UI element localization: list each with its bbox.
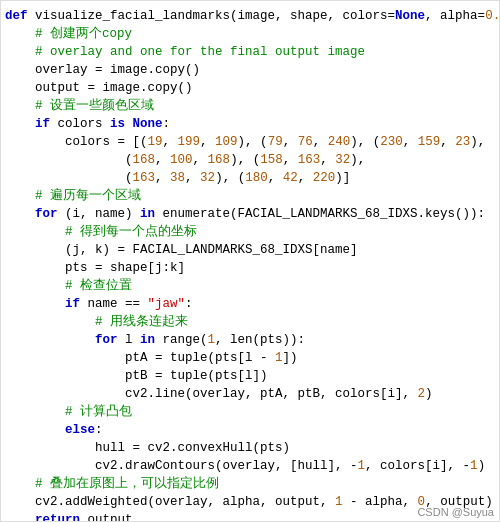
code-token: visualize_facial_landmarks — [35, 9, 230, 23]
code-token: # 得到每一个点的坐标 — [65, 225, 197, 239]
code-token: for — [95, 333, 125, 347]
code-line-content: # 叠加在原图上，可以指定比例 — [1, 475, 499, 493]
code-token: 159 — [418, 135, 441, 149]
table-row: # 设置一些颜色区域 — [1, 97, 499, 115]
watermark: CSDN @Suyua — [417, 506, 494, 518]
code-token: # 计算凸包 — [65, 405, 132, 419]
code-token: cv2.addWeighted(overlay, alpha, output, — [35, 495, 335, 509]
code-token: # 用线条连起来 — [95, 315, 188, 329]
code-token: , — [403, 135, 418, 149]
code-token: # 检查位置 — [65, 279, 132, 293]
code-token: 100 — [170, 153, 193, 167]
code-token: enumerate(FACIAL_LANDMARKS_68_IDXS.keys(… — [163, 207, 486, 221]
code-token: 1 — [335, 495, 343, 509]
code-token: 38 — [170, 171, 185, 185]
code-token: ), ( — [215, 171, 245, 185]
code-token: , len(pts)): — [215, 333, 305, 347]
code-token: ), — [470, 135, 485, 149]
table-row: ptA = tuple(pts[l - 1]) — [1, 349, 499, 367]
table-row: for l in range(1, len(pts)): — [1, 331, 499, 349]
code-token: ptB = tuple(pts[l]) — [125, 369, 268, 383]
table-row: (168, 100, 168), (158, 163, 32), — [1, 151, 499, 169]
table-row: overlay = image.copy() — [1, 61, 499, 79]
code-token: 240 — [328, 135, 351, 149]
code-container[interactable]: def visualize_facial_landmarks(image, sh… — [0, 0, 500, 522]
code-line-content: # 得到每一个点的坐标 — [1, 223, 499, 241]
code-token: : — [95, 423, 103, 437]
code-token: 76 — [298, 135, 313, 149]
code-token: in — [140, 207, 163, 221]
code-token: , — [155, 153, 170, 167]
table-row: pts = shape[j:k] — [1, 259, 499, 277]
code-token: , — [193, 153, 208, 167]
code-token: , — [268, 171, 283, 185]
code-token: 199 — [178, 135, 201, 149]
code-token: pts = shape[j:k] — [65, 261, 185, 275]
code-token: 163 — [133, 171, 156, 185]
code-line-content: colors = [(19, 199, 109), (79, 76, 240),… — [1, 133, 499, 151]
code-token: 32 — [335, 153, 350, 167]
code-token: ]) — [283, 351, 298, 365]
code-token: None — [133, 117, 163, 131]
code-line-content: if colors is None: — [1, 115, 499, 133]
code-line-content: for (i, name) in enumerate(FACIAL_LANDMA… — [1, 205, 499, 223]
code-line-content: # 设置一些颜色区域 — [1, 97, 499, 115]
table-row: # 用线条连起来 — [1, 313, 499, 331]
code-token: def — [5, 9, 35, 23]
code-line-content: overlay = image.copy() — [1, 61, 499, 79]
code-token: 19 — [148, 135, 163, 149]
code-line-content: for l in range(1, len(pts)): — [1, 331, 499, 349]
code-token: , — [163, 135, 178, 149]
code-token: = image.copy() — [80, 81, 193, 95]
code-token: overlay — [35, 63, 88, 77]
code-token: cv2.line(overlay, ptA, ptB, colors[i], — [125, 387, 418, 401]
code-token: , — [283, 135, 298, 149]
code-token: # overlay and one for the final output i… — [35, 45, 365, 59]
code-token: range( — [163, 333, 208, 347]
code-token: (image, shape, colors= — [230, 9, 395, 23]
code-token: )] — [335, 171, 350, 185]
code-token: ) — [478, 459, 486, 473]
table-row: def visualize_facial_landmarks(image, sh… — [1, 7, 499, 25]
code-token: "jaw" — [148, 297, 186, 311]
code-line-content: # overlay and one for the final output i… — [1, 43, 499, 61]
code-token: is — [110, 117, 133, 131]
table-row: cv2.drawContours(overlay, [hull], -1, co… — [1, 457, 499, 475]
code-line-content: # 创建两个copy — [1, 25, 499, 43]
code-token: (i, name) — [65, 207, 140, 221]
code-token: ), ( — [230, 153, 260, 167]
code-token: , — [283, 153, 298, 167]
code-token: 1 — [358, 459, 366, 473]
table-row: (163, 38, 32), (180, 42, 220)] — [1, 169, 499, 187]
code-token: # 创建两个copy — [35, 27, 132, 41]
code-token: , — [440, 135, 455, 149]
code-token: in — [140, 333, 163, 347]
code-token: 1 — [208, 333, 216, 347]
table-row: # 检查位置 — [1, 277, 499, 295]
code-token: , — [313, 135, 328, 149]
code-token: 109 — [215, 135, 238, 149]
code-line-content: pts = shape[j:k] — [1, 259, 499, 277]
code-token: colors — [58, 117, 111, 131]
code-token: ) — [425, 387, 433, 401]
code-token: if — [35, 117, 58, 131]
code-token: , — [320, 153, 335, 167]
code-token: ptA = tuple(pts[l - — [125, 351, 275, 365]
code-token: # 叠加在原图上，可以指定比例 — [35, 477, 219, 491]
table-row: # 遍历每一个区域 — [1, 187, 499, 205]
code-line-content: ptB = tuple(pts[l]) — [1, 367, 499, 385]
code-line-content: output = image.copy() — [1, 79, 499, 97]
code-token: None — [395, 9, 425, 23]
code-token: ), ( — [350, 135, 380, 149]
table-row: # 创建两个copy — [1, 25, 499, 43]
code-token: (j, k) = FACIAL_LANDMARKS_68_IDXS[name] — [65, 243, 358, 257]
code-line-content: ptA = tuple(pts[l - 1]) — [1, 349, 499, 367]
table-row: if colors is None: — [1, 115, 499, 133]
code-token: # 遍历每一个区域 — [35, 189, 141, 203]
table-row: # 叠加在原图上，可以指定比例 — [1, 475, 499, 493]
code-token: , alpha= — [425, 9, 485, 23]
code-token: cv2.drawContours(overlay, [hull], - — [95, 459, 358, 473]
code-line-content: cv2.line(overlay, ptA, ptB, colors[i], 2… — [1, 385, 499, 403]
code-token: name == — [88, 297, 148, 311]
table-row: else: — [1, 421, 499, 439]
